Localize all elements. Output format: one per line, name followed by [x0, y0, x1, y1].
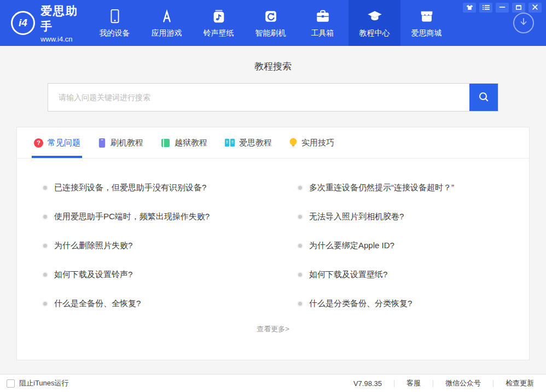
window-controls	[463, 3, 542, 13]
store-icon	[419, 8, 435, 25]
toolbox-icon	[315, 8, 331, 25]
faq-question[interactable]: 无法导入照片到相机胶卷?	[298, 202, 513, 231]
block-itunes-label: 阻止iTunes运行	[19, 378, 69, 388]
nav-item-ringtones-wallpapers[interactable]: 铃声壁纸	[193, 0, 245, 46]
svg-text:?: ?	[37, 139, 40, 146]
version-label: V7.98.35	[341, 379, 394, 388]
nav-item-tutorial-center[interactable]: 教程中心	[348, 0, 400, 46]
bullet-icon	[298, 186, 302, 190]
nav-item-toolbox[interactable]: 工具箱	[297, 0, 348, 46]
bullet-icon	[298, 273, 302, 277]
question-icon: ?	[33, 138, 44, 148]
bullet-icon	[43, 186, 47, 190]
search-icon	[478, 91, 490, 104]
block-itunes-option[interactable]: 阻止iTunes运行	[7, 378, 69, 388]
bullet-icon	[298, 244, 302, 248]
search-button[interactable]	[469, 84, 498, 111]
bullet-icon	[298, 215, 302, 219]
green-book-icon	[160, 138, 171, 148]
faq-question[interactable]: 使用爱思助手PC端时，频繁出现操作失败?	[43, 202, 298, 231]
shirt-icon	[466, 3, 473, 13]
close-icon	[532, 3, 538, 13]
search-input[interactable]	[48, 84, 469, 111]
faq-list: 已连接到设备，但爱思助手没有识别设备? 多次重连设备仍然提示“连接设备超时？” …	[17, 159, 529, 318]
tutorial-search-section: 教程搜索	[0, 46, 546, 112]
page-title: 教程搜索	[0, 60, 546, 73]
nav-item-i4-store[interactable]: 爱思商城	[400, 0, 452, 46]
graduation-cap-icon	[367, 8, 383, 25]
phone-book-icon	[97, 138, 107, 148]
phone-icon	[107, 8, 123, 25]
faq-question[interactable]: 如何下载及设置铃声?	[43, 260, 298, 289]
faq-question[interactable]: 什么是分类备份、分类恢复?	[298, 289, 513, 318]
check-update-link[interactable]: 检查更新	[493, 378, 541, 388]
bullet-icon	[298, 302, 302, 306]
customer-service-link[interactable]: 客服	[394, 378, 433, 388]
i4-logo-icon: i4	[11, 11, 35, 35]
close-button[interactable]	[528, 3, 542, 13]
bullet-icon	[43, 215, 47, 219]
ringtone-icon	[211, 8, 227, 25]
faq-question[interactable]: 如何下载及设置壁纸?	[298, 260, 513, 289]
appstore-icon	[159, 8, 175, 25]
nav-item-apps-games[interactable]: 应用游戏	[141, 0, 193, 46]
status-bar: 阻止iTunes运行 V7.98.35 客服 微信公众号 检查更新	[0, 374, 546, 392]
bullet-icon	[43, 244, 47, 248]
bulb-icon	[289, 137, 298, 148]
bullet-icon	[43, 273, 47, 277]
tab-practical-tips[interactable]: 实用技巧	[289, 127, 334, 158]
tutorial-tabs: ? 常见问题 刷机教程 越狱教程 爱思教程 实用技巧	[17, 127, 529, 159]
nav-item-smart-flash[interactable]: 智能刷机	[245, 0, 297, 46]
theme-skin-button[interactable]	[463, 3, 476, 13]
minimize-icon	[499, 3, 506, 13]
download-arrow-icon	[518, 16, 529, 30]
maximize-icon	[515, 3, 522, 13]
tab-jailbreak-tutorials[interactable]: 越狱教程	[160, 127, 207, 158]
search-bar	[48, 83, 498, 112]
menu-list-icon	[483, 3, 490, 13]
nav-item-my-device[interactable]: 我的设备	[89, 0, 141, 46]
open-book-icon	[224, 138, 235, 148]
flash-icon	[263, 8, 279, 25]
bullet-icon	[43, 302, 47, 306]
tab-flash-tutorials[interactable]: 刷机教程	[97, 127, 143, 158]
faq-card: ? 常见问题 刷机教程 越狱教程 爱思教程 实用技巧	[16, 127, 530, 360]
faq-question[interactable]: 为什么要绑定Apple ID?	[298, 231, 513, 260]
wechat-official-link[interactable]: 微信公众号	[433, 378, 493, 388]
brand-site: www.i4.cn	[40, 35, 89, 43]
faq-question[interactable]: 多次重连设备仍然提示“连接设备超时？”	[298, 173, 513, 202]
faq-question[interactable]: 已连接到设备，但爱思助手没有识别设备?	[43, 173, 298, 202]
brand-name: 爱思助手	[40, 3, 89, 34]
faq-question[interactable]: 为什么删除照片失败?	[43, 231, 298, 260]
block-itunes-checkbox[interactable]	[7, 379, 15, 388]
tab-i4-tutorials[interactable]: 爱思教程	[224, 127, 272, 158]
view-more-link[interactable]: 查看更多>	[17, 324, 529, 334]
tab-common-questions[interactable]: ? 常见问题	[33, 127, 80, 158]
maximize-button[interactable]	[512, 3, 525, 13]
app-logo: i4 爱思助手 www.i4.cn	[0, 0, 89, 46]
menu-button[interactable]	[479, 3, 492, 13]
faq-question[interactable]: 什么是全备份、全恢复?	[43, 289, 298, 318]
main-nav: 我的设备 应用游戏 铃声壁纸 智能刷机 工具箱	[89, 0, 452, 46]
download-circle-button[interactable]	[513, 13, 534, 33]
minimize-button[interactable]	[496, 3, 509, 13]
top-nav-bar: i4 爱思助手 www.i4.cn 我的设备 应用游戏 铃声壁纸	[0, 0, 546, 46]
